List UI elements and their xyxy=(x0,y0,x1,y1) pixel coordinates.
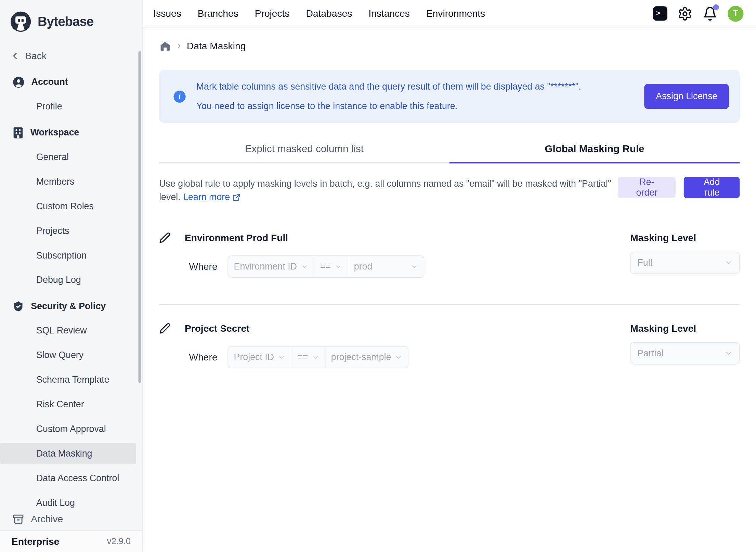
condition-field-select[interactable]: Environment ID xyxy=(228,256,314,277)
sidebar-item-subscription[interactable]: Subscription xyxy=(0,245,136,266)
where-condition-group: Project ID == project-sample xyxy=(227,346,408,368)
rule-left: Environment Prod Full Where Environment … xyxy=(159,231,630,278)
main-area: Issues Branches Projects Databases Insta… xyxy=(143,0,756,552)
condition-value: project-sample xyxy=(331,352,391,363)
chevron-down-icon xyxy=(312,354,319,361)
sidebar-item-slow-query[interactable]: Slow Query xyxy=(0,345,136,366)
rule-toolbar: Use global rule to apply masking levels … xyxy=(159,177,740,204)
breadcrumb-page: Data Masking xyxy=(187,40,246,51)
nav-item-branches[interactable]: Branches xyxy=(198,8,238,19)
condition-value-select[interactable]: prod xyxy=(348,256,424,277)
top-navbar: Issues Branches Projects Databases Insta… xyxy=(143,0,756,27)
condition-operator-value: == xyxy=(320,261,331,272)
sidebar-item-audit-log[interactable]: Audit Log xyxy=(0,492,136,508)
sidebar-item-custom-roles[interactable]: Custom Roles xyxy=(0,196,136,217)
where-row: Where Environment ID == prod xyxy=(189,255,630,278)
condition-operator-select[interactable]: == xyxy=(291,347,325,368)
breadcrumb-separator: › xyxy=(178,40,181,51)
pencil-icon[interactable] xyxy=(159,323,171,334)
chevron-down-icon xyxy=(278,354,285,361)
settings-gear-icon[interactable] xyxy=(677,6,692,21)
rule-header: Project Secret xyxy=(159,321,630,335)
condition-value-select[interactable]: project-sample xyxy=(325,347,408,368)
back-label: Back xyxy=(25,50,47,61)
sidebar-item-schema-template[interactable]: Schema Template xyxy=(0,369,136,391)
bytebase-logo-icon xyxy=(10,11,32,33)
sidebar-scrollbar[interactable] xyxy=(139,51,141,383)
sidebar-item-data-access-control[interactable]: Data Access Control xyxy=(0,468,136,489)
app-version: v2.9.0 xyxy=(107,536,131,547)
rule-divider xyxy=(159,304,740,304)
notification-badge xyxy=(713,4,719,10)
sidebar-item-projects[interactable]: Projects xyxy=(0,220,136,241)
page-content: › Data Masking i Mark table columns as s… xyxy=(143,27,756,552)
shield-check-icon xyxy=(13,300,24,312)
learn-more-label: Learn more xyxy=(183,190,230,204)
sidebar-item-data-masking[interactable]: Data Masking xyxy=(0,443,136,464)
masking-rule-environment-prod-full: Environment Prod Full Where Environment … xyxy=(159,231,740,278)
info-icon: i xyxy=(173,90,185,102)
sidebar-item-general[interactable]: General xyxy=(0,147,136,168)
brand-name: Bytebase xyxy=(38,14,94,29)
rule-description: Use global rule to apply masking levels … xyxy=(159,177,618,204)
nav-item-projects[interactable]: Projects xyxy=(255,8,290,19)
assign-license-button[interactable]: Assign License xyxy=(644,84,729,109)
plan-footer: Enterprise v2.9.0 xyxy=(0,530,142,552)
sidebar-item-sql-review[interactable]: SQL Review xyxy=(0,320,136,341)
reorder-button[interactable]: Re-order xyxy=(618,177,676,198)
nav-item-environments[interactable]: Environments xyxy=(426,8,485,19)
section-header-security-policy: Security & Policy xyxy=(13,295,139,317)
masking-level-value: Partial xyxy=(637,348,663,359)
pencil-icon[interactable] xyxy=(159,232,171,244)
masking-rule-project-secret: Project Secret Where Project ID == xyxy=(159,321,740,368)
sidebar-item-profile[interactable]: Profile xyxy=(0,96,136,117)
sidebar-item-members[interactable]: Members xyxy=(0,171,136,192)
chevron-down-icon xyxy=(411,263,418,270)
masking-level-value: Full xyxy=(637,258,652,268)
home-icon[interactable] xyxy=(159,40,171,52)
chevron-down-icon xyxy=(725,259,733,267)
terminal-icon[interactable]: >_ xyxy=(653,6,667,21)
rule-left: Project Secret Where Project ID == xyxy=(159,321,630,368)
section-label: Security & Policy xyxy=(31,301,106,312)
tab-global-masking-rule[interactable]: Global Masking Rule xyxy=(449,123,740,163)
where-row: Where Project ID == project-sa xyxy=(189,346,630,368)
navbar-icons: >_ T xyxy=(653,5,744,22)
sidebar: Bytebase Back Account Profile xyxy=(0,0,143,552)
sidebar-item-archive[interactable]: Archive xyxy=(0,508,142,530)
chevron-left-icon xyxy=(10,51,20,61)
sidebar-item-debug-log[interactable]: Debug Log xyxy=(0,270,136,291)
rule-title: Environment Prod Full xyxy=(185,232,288,243)
where-condition-group: Environment ID == prod xyxy=(227,255,424,278)
sidebar-item-risk-center[interactable]: Risk Center xyxy=(0,394,136,415)
condition-field-select[interactable]: Project ID xyxy=(228,347,291,368)
condition-field-value: Project ID xyxy=(234,352,274,363)
nav-item-issues[interactable]: Issues xyxy=(153,8,181,19)
condition-operator-value: == xyxy=(297,352,308,363)
masking-level-select[interactable]: Partial xyxy=(630,342,740,365)
nav-item-instances[interactable]: Instances xyxy=(368,8,410,19)
bell-icon[interactable] xyxy=(703,6,718,21)
tab-bar: Explict masked column list Global Maskin… xyxy=(159,123,740,163)
back-button[interactable]: Back xyxy=(10,45,138,67)
logo[interactable]: Bytebase xyxy=(0,0,142,35)
avatar[interactable]: T xyxy=(728,5,744,22)
masking-level-select[interactable]: Full xyxy=(630,252,740,274)
where-label: Where xyxy=(189,261,218,272)
tab-explicit-masked-column-list[interactable]: Explict masked column list xyxy=(159,123,449,163)
sidebar-item-custom-approval[interactable]: Custom Approval xyxy=(0,419,136,440)
breadcrumb: › Data Masking xyxy=(159,39,740,52)
archive-label: Archive xyxy=(31,513,63,524)
nav-item-databases[interactable]: Databases xyxy=(306,8,352,19)
section-header-workspace: Workspace xyxy=(13,122,139,143)
learn-more-link[interactable]: Learn more xyxy=(183,190,240,204)
add-rule-button[interactable]: Add rule xyxy=(684,177,740,198)
section-label: Workspace xyxy=(30,127,79,138)
condition-operator-select[interactable]: == xyxy=(314,256,348,277)
section-label: Account xyxy=(31,77,68,87)
rule-right: Masking Level Full xyxy=(630,231,740,278)
rule-header: Environment Prod Full xyxy=(159,231,630,244)
sidebar-nav: Back Account Profile xyxy=(0,35,142,508)
masking-level-label: Masking Level xyxy=(630,321,740,335)
chevron-down-icon xyxy=(301,263,308,270)
